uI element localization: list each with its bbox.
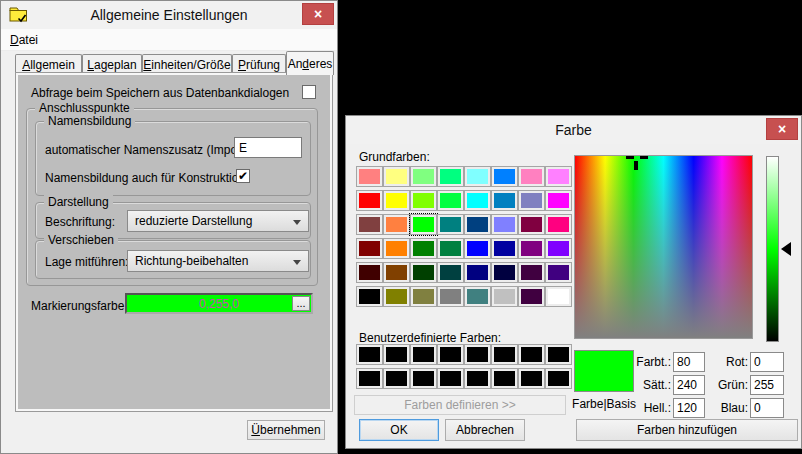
basic-color-swatch[interactable]: [411, 215, 436, 234]
suffix-input[interactable]: [234, 137, 302, 158]
tab-allgemein[interactable]: Allgemein: [15, 54, 82, 74]
custom-color-swatch[interactable]: [492, 369, 517, 388]
basic-color-swatch[interactable]: [519, 167, 544, 186]
basic-color-swatch[interactable]: [519, 239, 544, 258]
basic-color-swatch[interactable]: [438, 287, 463, 306]
basic-color-swatch[interactable]: [465, 239, 490, 258]
custom-color-swatch[interactable]: [465, 369, 490, 388]
basic-color-swatch[interactable]: [519, 287, 544, 306]
chevron-down-icon: [293, 220, 301, 225]
custom-color-swatch[interactable]: [465, 345, 490, 364]
basic-color-swatch[interactable]: [492, 215, 517, 234]
basic-color-swatch[interactable]: [546, 191, 571, 210]
basic-color-swatch[interactable]: [438, 215, 463, 234]
lage-combobox[interactable]: Richtung-beibehalten: [127, 250, 309, 272]
basic-color-swatch[interactable]: [546, 167, 571, 186]
luminance-slider-arrow-icon[interactable]: [781, 242, 791, 256]
color-dialog-title: Farbe: [346, 122, 801, 138]
define-colors-button[interactable]: Farben definieren >>: [354, 395, 566, 415]
tab-pruefung[interactable]: Prüfung: [232, 54, 286, 74]
custom-color-swatch[interactable]: [546, 369, 571, 388]
basic-color-swatch[interactable]: [465, 167, 490, 186]
hue-saturation-field[interactable]: [574, 155, 753, 339]
basic-color-swatch[interactable]: [357, 191, 382, 210]
custom-color-swatch[interactable]: [357, 369, 382, 388]
cancel-button[interactable]: Abbrechen: [445, 419, 525, 441]
custom-color-swatch[interactable]: [519, 369, 544, 388]
settings-titlebar[interactable]: Allgemeine Einstellungen ×: [1, 1, 337, 29]
custom-color-swatch[interactable]: [384, 369, 409, 388]
basic-color-swatch[interactable]: [519, 191, 544, 210]
basic-color-swatch[interactable]: [492, 263, 517, 282]
basic-color-swatch[interactable]: [357, 167, 382, 186]
basic-color-swatch[interactable]: [492, 239, 517, 258]
color-close-button[interactable]: ×: [766, 118, 798, 140]
basic-color-swatch[interactable]: [384, 215, 409, 234]
beschriftung-label: Beschriftung:: [45, 215, 115, 229]
menu-item-datei[interactable]: Datei: [1, 29, 47, 51]
basic-color-swatch[interactable]: [411, 287, 436, 306]
close-icon: ×: [778, 122, 786, 136]
basic-color-swatch[interactable]: [546, 287, 571, 306]
basic-color-swatch[interactable]: [465, 191, 490, 210]
basic-color-swatch[interactable]: [357, 215, 382, 234]
basic-color-swatch[interactable]: [519, 215, 544, 234]
basic-color-swatch[interactable]: [384, 287, 409, 306]
basic-color-swatch[interactable]: [438, 191, 463, 210]
basic-color-swatch[interactable]: [384, 167, 409, 186]
tab-anderes[interactable]: Anderes: [286, 51, 334, 75]
basic-color-swatch[interactable]: [546, 239, 571, 258]
basic-color-swatch[interactable]: [465, 263, 490, 282]
custom-color-swatch[interactable]: [438, 369, 463, 388]
green-input[interactable]: [750, 375, 784, 395]
basic-color-swatch[interactable]: [465, 215, 490, 234]
group-anschlusspunkte-title: Anschlusspunkte: [35, 101, 134, 115]
beschriftung-combobox[interactable]: reduzierte Darstellung: [127, 210, 309, 232]
custom-color-swatch[interactable]: [438, 345, 463, 364]
basic-color-swatch[interactable]: [411, 263, 436, 282]
color-titlebar[interactable]: Farbe ×: [346, 116, 801, 144]
custom-color-swatch[interactable]: [519, 345, 544, 364]
basic-color-swatch[interactable]: [492, 167, 517, 186]
basic-color-swatch[interactable]: [411, 191, 436, 210]
blue-input[interactable]: [750, 398, 784, 418]
basic-color-swatch[interactable]: [411, 239, 436, 258]
tab-einheiten-groesse[interactable]: Einheiten/Größe: [142, 54, 232, 74]
custom-color-swatch[interactable]: [546, 345, 571, 364]
basic-color-swatch[interactable]: [384, 239, 409, 258]
markierungsfarbe-label: Markierungsfarbe:: [31, 299, 128, 313]
basic-color-swatch[interactable]: [546, 263, 571, 282]
basic-color-swatch[interactable]: [492, 191, 517, 210]
basic-color-swatch[interactable]: [492, 287, 517, 306]
konstruktion-checkbox[interactable]: ✔: [236, 169, 250, 183]
basic-color-swatch[interactable]: [465, 287, 490, 306]
basic-color-swatch[interactable]: [546, 215, 571, 234]
beschriftung-combobox-value: reduzierte Darstellung: [135, 214, 252, 228]
basic-color-swatch[interactable]: [438, 239, 463, 258]
luminance-bar[interactable]: [766, 156, 779, 342]
custom-color-swatch[interactable]: [384, 345, 409, 364]
add-colors-button[interactable]: Farben hinzufügen: [576, 419, 798, 441]
db-checkbox[interactable]: [302, 85, 316, 99]
markierungsfarbe-browse-button[interactable]: ...: [292, 296, 310, 311]
markierungsfarbe-field[interactable]: 0,255,0 ...: [125, 293, 313, 314]
custom-color-swatch[interactable]: [492, 345, 517, 364]
basic-color-swatch[interactable]: [384, 263, 409, 282]
basic-color-swatch[interactable]: [357, 287, 382, 306]
custom-color-swatch[interactable]: [411, 369, 436, 388]
basic-color-swatch[interactable]: [357, 263, 382, 282]
basic-color-swatch[interactable]: [519, 263, 544, 282]
apply-button[interactable]: Übernehmen: [247, 420, 325, 440]
custom-color-swatch[interactable]: [411, 345, 436, 364]
red-input[interactable]: [750, 352, 784, 372]
color-dialog-window: Farbe × Grundfarben: Benutzerdefinierte …: [345, 115, 802, 449]
tab-lageplan[interactable]: Lageplan: [82, 54, 142, 74]
basic-color-swatch[interactable]: [411, 167, 436, 186]
basic-color-swatch[interactable]: [438, 167, 463, 186]
custom-color-swatch[interactable]: [357, 345, 382, 364]
ok-button[interactable]: OK: [359, 419, 439, 441]
basic-color-swatch[interactable]: [384, 191, 409, 210]
basic-color-swatch[interactable]: [438, 263, 463, 282]
basic-color-swatch[interactable]: [357, 239, 382, 258]
settings-close-button[interactable]: ×: [302, 3, 334, 25]
